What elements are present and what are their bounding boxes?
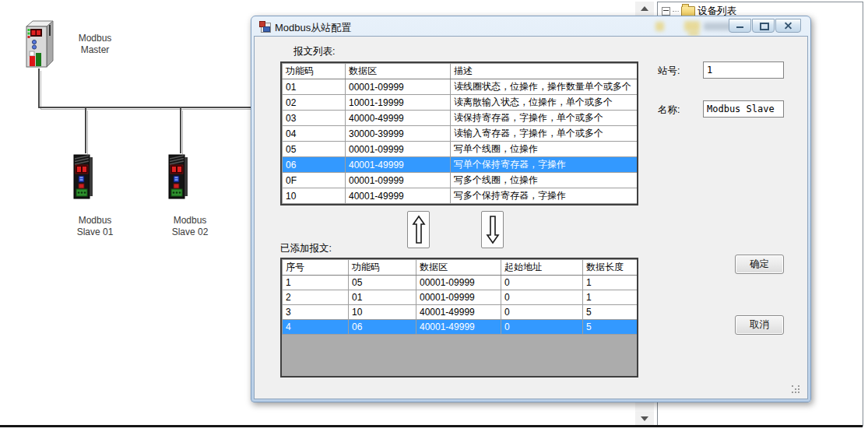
grid-header-cell[interactable]: 序号 (283, 260, 349, 276)
table-row[interactable]: 0210001-19999读离散输入状态，位操作，单个或多个 (283, 95, 639, 111)
table-cell[interactable]: 5 (583, 320, 639, 335)
modbus-slave2-device-icon[interactable] (167, 150, 191, 202)
maximize-button[interactable] (752, 19, 775, 33)
grid-header-row: 功能码数据区描述 (283, 64, 639, 79)
table-cell[interactable]: 读保持寄存器，字操作，单个或多个 (451, 111, 639, 126)
table-row[interactable]: 0F00001-09999写多个线圈，位操作 (283, 173, 639, 188)
table-cell[interactable]: 40000-49999 (346, 111, 451, 126)
message-list-label: 报文列表: (293, 45, 335, 58)
modbus-master-device-icon[interactable] (23, 19, 56, 70)
scroll-up-icon (641, 6, 648, 11)
dialog-titlebar[interactable]: Modbus从站配置 (251, 16, 810, 37)
table-row[interactable]: 20100001-0999901 (283, 290, 639, 305)
table-cell[interactable]: 5 (583, 305, 639, 320)
table-cell[interactable]: 读线圈状态，位操作，操作数量单个或多个 (451, 79, 639, 95)
table-cell[interactable]: 02 (283, 95, 346, 111)
table-cell[interactable]: 01 (349, 290, 416, 305)
modbus-slave-config-dialog: Modbus从站配置 报文列表: 功能码数据区描述0100001-09999读线… (251, 16, 811, 402)
slave2-drop-wire-shadow (182, 111, 183, 154)
grid-header-cell[interactable]: 起始地址 (501, 260, 583, 276)
ok-button[interactable]: 确定 (735, 255, 784, 274)
move-up-button[interactable] (407, 211, 430, 248)
table-cell[interactable]: 0F (283, 173, 346, 188)
table-row[interactable]: 10500001-0999901 (283, 276, 639, 290)
station-input[interactable] (703, 61, 784, 79)
name-input[interactable] (703, 100, 784, 118)
table-cell[interactable]: 40001-49999 (416, 305, 501, 320)
table-cell[interactable]: 0 (501, 276, 583, 290)
collapse-expander-icon[interactable] (662, 7, 670, 16)
close-button[interactable] (775, 19, 801, 33)
table-cell[interactable]: 10 (349, 305, 416, 320)
table-row[interactable]: 0640001-49999写单个保持寄存器，字操作 (283, 157, 639, 173)
scroll-down-button[interactable] (635, 412, 654, 425)
table-row[interactable]: 0100001-09999读线圈状态，位操作，操作数量单个或多个 (283, 79, 639, 95)
name-label: 名称: (658, 104, 680, 117)
table-cell[interactable]: 0 (501, 320, 583, 335)
grid-header-cell[interactable]: 功能码 (349, 260, 416, 276)
table-cell[interactable]: 3 (283, 305, 349, 320)
grid-header-cell[interactable]: 描述 (451, 64, 639, 79)
table-cell[interactable]: 读输入寄存器，字操作，单个或多个 (451, 126, 639, 142)
table-cell[interactable]: 40001-49999 (416, 320, 501, 335)
table-cell[interactable]: 10 (283, 188, 346, 204)
table-cell[interactable]: 4 (283, 320, 349, 335)
station-label: 站号: (658, 65, 680, 78)
table-cell[interactable]: 写多个保持寄存器，字操作 (451, 188, 639, 204)
cancel-button[interactable]: 取消 (735, 315, 784, 335)
scroll-up-button[interactable] (635, 2, 654, 15)
added-messages-grid[interactable]: 序号功能码数据区起始地址数据长度10500001-099990120100001… (280, 258, 638, 378)
slave2-drop-wire (180, 108, 181, 153)
tree-connector (673, 11, 679, 12)
slave2-label: Modbus Slave 02 (156, 215, 224, 238)
table-row[interactable]: 1040001-49999写多个保持寄存器，字操作 (283, 188, 639, 204)
master-label: Modbus Master (70, 33, 120, 56)
table-cell[interactable]: 1 (283, 276, 349, 290)
table-cell[interactable]: 05 (283, 142, 346, 157)
table-cell[interactable]: 1 (583, 290, 639, 305)
table-cell[interactable]: 06 (349, 320, 416, 335)
table-cell[interactable]: 06 (283, 157, 346, 173)
table-cell[interactable]: 05 (349, 276, 416, 290)
table-cell[interactable]: 读离散输入状态，位操作，单个或多个 (451, 95, 639, 111)
grid-header-cell[interactable]: 数据长度 (583, 260, 639, 276)
table-row[interactable]: 0340000-49999读保持寄存器，字操作，单个或多个 (283, 111, 639, 126)
table-cell[interactable]: 40001-49999 (346, 188, 451, 204)
table-cell[interactable]: 40001-49999 (346, 157, 451, 173)
table-row[interactable]: 31040001-4999905 (283, 305, 639, 320)
table-cell[interactable]: 00001-09999 (416, 276, 501, 290)
table-cell[interactable]: 0 (501, 290, 583, 305)
table-row[interactable]: 0430000-39999读输入寄存器，字操作，单个或多个 (283, 126, 639, 142)
glass-blur-artifact (688, 31, 699, 36)
table-cell[interactable]: 写单个线圈，位操作 (451, 142, 639, 157)
resize-grip[interactable] (792, 385, 801, 395)
table-cell[interactable]: 00001-09999 (346, 142, 451, 157)
table-cell[interactable]: 00001-09999 (346, 173, 451, 188)
function-code-grid[interactable]: 功能码数据区描述0100001-09999读线圈状态，位操作，操作数量单个或多个… (280, 61, 638, 205)
table-cell[interactable]: 1 (583, 276, 639, 290)
grid-header-cell[interactable]: 数据区 (416, 260, 501, 276)
table-cell[interactable]: 0 (501, 305, 583, 320)
modbus-slave1-device-icon[interactable] (72, 150, 96, 202)
grid-header-cell[interactable]: 功能码 (283, 64, 346, 79)
table-cell[interactable]: 写单个保持寄存器，字操作 (451, 157, 639, 173)
table-cell[interactable]: 写多个线圈，位操作 (451, 173, 639, 188)
move-down-button[interactable] (481, 211, 504, 248)
hollow-up-arrow-icon (412, 215, 426, 244)
table-row[interactable]: 0500001-09999写单个线圈，位操作 (283, 142, 639, 157)
table-row[interactable]: 40640001-4999905 (283, 320, 639, 335)
scroll-down-icon (641, 416, 648, 421)
bus-wire (38, 107, 251, 108)
table-cell[interactable]: 01 (283, 79, 346, 95)
table-cell[interactable]: 2 (283, 290, 349, 305)
table-cell[interactable]: 03 (283, 111, 346, 126)
slave1-label: Modbus Slave 01 (61, 215, 129, 238)
minimize-button[interactable] (729, 19, 751, 33)
table-cell[interactable]: 00001-09999 (346, 79, 451, 95)
slave1-drop-wire (85, 108, 86, 153)
table-cell[interactable]: 00001-09999 (416, 290, 501, 305)
table-cell[interactable]: 30000-39999 (346, 126, 451, 142)
table-cell[interactable]: 10001-19999 (346, 95, 451, 111)
grid-header-cell[interactable]: 数据区 (346, 64, 451, 79)
table-cell[interactable]: 04 (283, 126, 346, 142)
